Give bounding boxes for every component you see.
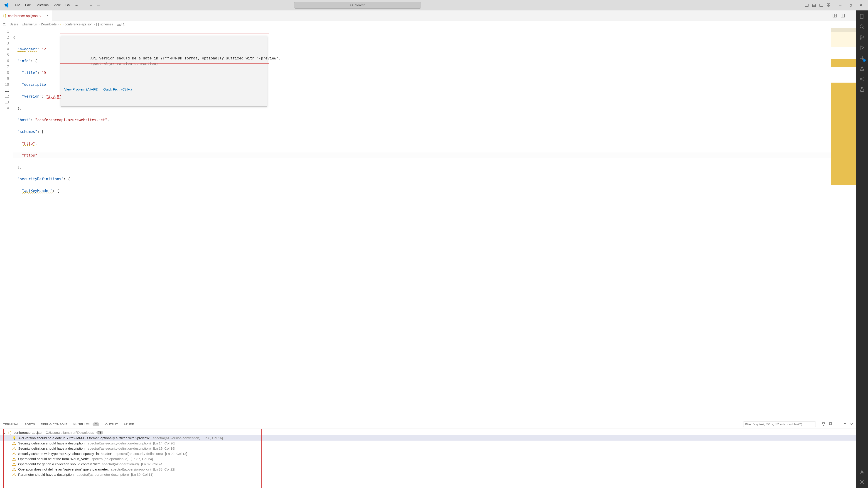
problems-filter-input[interactable] <box>743 422 816 427</box>
svg-rect-9 <box>829 4 830 5</box>
layout-controls <box>805 3 830 7</box>
problem-file-name: conference-api.json <box>13 431 43 434</box>
problem-row[interactable]: 💡API version should be a date in YYYY-MM… <box>0 435 856 441</box>
search-input[interactable]: Search <box>294 2 421 9</box>
svg-line-51 <box>861 79 863 80</box>
vscode-logo-icon <box>4 2 9 8</box>
open-preview-icon[interactable] <box>833 13 837 18</box>
tab-filename: conference-api.json <box>8 14 38 18</box>
layout-panel-icon[interactable] <box>812 3 816 7</box>
svg-point-41 <box>860 38 861 39</box>
menu-go[interactable]: Go <box>63 2 72 9</box>
problem-row[interactable]: Security scheme with type "apiKey" shoul… <box>0 451 856 456</box>
nav-back-icon[interactable]: ← <box>88 2 94 8</box>
accounts-icon[interactable] <box>859 468 865 475</box>
menu-selection[interactable]: Selection <box>33 2 51 9</box>
settings-gear-icon[interactable] <box>859 479 865 485</box>
lightbulb-icon: 💡 <box>12 436 16 440</box>
view-problem-link[interactable]: View Problem (Alt+F8) <box>64 87 98 92</box>
problems-list: ⌄ { } conference-api.json C:\Users\julia… <box>0 429 856 488</box>
menu-more-icon[interactable]: ⋯ <box>72 2 81 9</box>
problem-row[interactable]: Parameter should have a description. spe… <box>0 472 856 477</box>
azure-icon[interactable] <box>859 65 865 72</box>
tab-terminal[interactable]: TERMINAL <box>3 421 19 428</box>
close-button[interactable]: ✕ <box>856 0 866 10</box>
filter-icon[interactable] <box>822 422 825 426</box>
problem-row[interactable]: Security definition should have a descri… <box>0 446 856 451</box>
svg-line-1 <box>352 6 353 7</box>
extensions-badge: 1 <box>863 59 866 62</box>
tab-azure[interactable]: AZURE <box>124 421 134 428</box>
svg-point-53 <box>861 470 863 471</box>
more-icon[interactable]: ⋯ <box>859 97 865 103</box>
problem-location: [Ln 37, Col 24] <box>131 457 153 461</box>
breadcrumb-part[interactable]: C: <box>3 23 6 26</box>
breadcrumb-part[interactable]: Users <box>10 23 18 26</box>
tab-conference-api[interactable]: { } conference-api.json 9+ × <box>0 10 52 21</box>
bottom-panel: TERMINAL PORTS DEBUG CONSOLE PROBLEMS 73… <box>0 420 856 488</box>
nav-forward-icon[interactable]: → <box>95 2 101 8</box>
editor-body[interactable]: 1234567891011121314 { "swagger": "2 "inf… <box>0 28 856 420</box>
maximize-button[interactable]: ▢ <box>845 0 856 10</box>
json-file-icon: { } <box>3 14 6 18</box>
svg-rect-8 <box>827 4 828 5</box>
minimap[interactable] <box>831 28 856 420</box>
menu-view[interactable]: View <box>51 2 63 9</box>
svg-rect-45 <box>860 58 862 60</box>
problem-source: spectral(az-parameter-description) <box>77 473 129 477</box>
breadcrumb-part[interactable]: juliamuiruri <box>22 23 37 26</box>
svg-point-38 <box>860 25 863 28</box>
problem-row[interactable]: Operation does not define an "api-versio… <box>0 467 856 472</box>
svg-rect-2 <box>805 4 808 7</box>
problem-location: [Ln 38, Col 22] <box>153 467 175 471</box>
close-panel-icon[interactable]: ✕ <box>850 422 853 426</box>
view-as-tree-icon[interactable] <box>836 422 840 426</box>
problem-row[interactable]: OperationId for get on a collection shou… <box>0 461 856 467</box>
nav-arrows: ← → <box>88 2 101 8</box>
tab-problems[interactable]: PROBLEMS 73 <box>73 421 100 428</box>
layout-sidebar-right-icon[interactable] <box>819 3 823 7</box>
warning-icon <box>12 452 16 456</box>
explorer-icon[interactable] <box>859 13 865 20</box>
array-icon: [ ] <box>96 23 99 26</box>
editor-tabs: { } conference-api.json 9+ × ⋯ <box>0 10 856 21</box>
problems-file-header[interactable]: ⌄ { } conference-api.json C:\Users\julia… <box>0 430 856 435</box>
code-area[interactable]: { "swagger": "2 "info": { "title": "D "d… <box>13 28 831 420</box>
split-editor-icon[interactable] <box>841 13 845 18</box>
search-placeholder: Search <box>355 3 365 7</box>
extensions-icon[interactable]: 1 <box>859 55 865 61</box>
breadcrumb-part[interactable]: Downloads <box>41 23 57 26</box>
tab-close-icon[interactable]: × <box>46 13 49 18</box>
testing-icon[interactable] <box>859 86 865 93</box>
search-icon <box>350 4 353 7</box>
problem-message: Security definition should have a descri… <box>18 447 86 450</box>
layout-sidebar-left-icon[interactable] <box>805 3 809 7</box>
problem-location: [Ln 14, Col 20] <box>153 441 175 445</box>
remote-icon[interactable] <box>859 76 865 82</box>
breadcrumb[interactable]: C:› Users› juliamuiruri› Downloads› { } … <box>0 21 856 28</box>
problem-message: API version should be a date in YYYY-MM-… <box>19 436 151 440</box>
menu-file[interactable]: File <box>13 2 23 9</box>
chevron-up-icon[interactable]: ⌃ <box>843 422 846 426</box>
breadcrumb-part[interactable]: schemes <box>100 23 113 26</box>
collapse-all-icon[interactable] <box>829 422 833 426</box>
problem-row[interactable]: Security definition should have a descri… <box>0 441 856 446</box>
svg-point-0 <box>351 4 353 6</box>
source-control-icon[interactable] <box>859 34 865 40</box>
menu-edit[interactable]: Edit <box>23 2 33 9</box>
minimize-button[interactable]: — <box>835 0 845 10</box>
more-actions-icon[interactable]: ⋯ <box>849 13 853 18</box>
line-numbers: 1234567891011121314 <box>0 28 13 420</box>
breadcrumb-part[interactable]: 1 <box>123 23 125 26</box>
breadcrumb-part[interactable]: conference-api.json <box>65 23 92 26</box>
svg-line-50 <box>861 77 863 79</box>
svg-rect-11 <box>829 5 830 7</box>
tab-ports[interactable]: PORTS <box>25 421 35 428</box>
tab-debug-console[interactable]: DEBUG CONSOLE <box>41 421 67 428</box>
tab-output[interactable]: OUTPUT <box>105 421 118 428</box>
quick-fix-link[interactable]: Quick Fix... (Ctrl+.) <box>103 87 132 92</box>
layout-customize-icon[interactable] <box>827 3 830 7</box>
problem-row[interactable]: OperationId should be of the form "Noun_… <box>0 456 856 461</box>
search-icon[interactable] <box>859 24 865 30</box>
run-debug-icon[interactable] <box>859 44 865 51</box>
